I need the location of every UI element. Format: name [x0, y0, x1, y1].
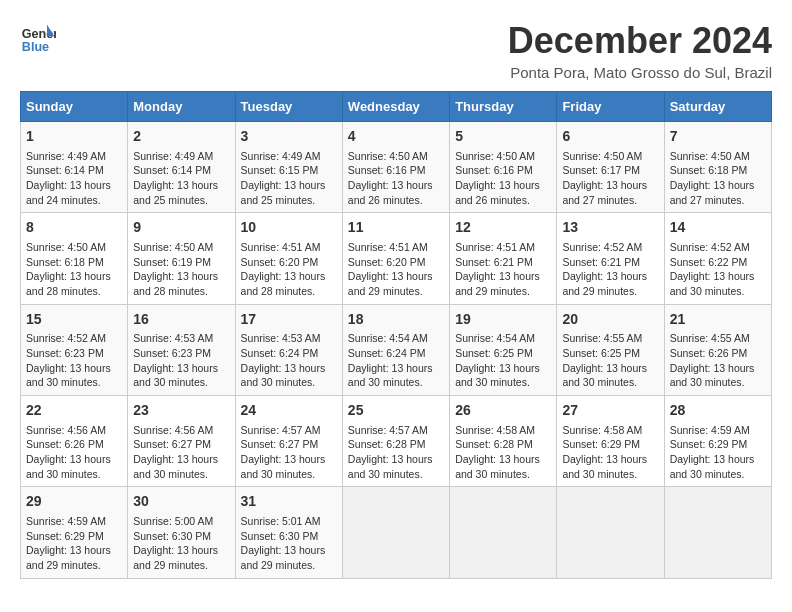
day-number: 12 — [455, 218, 551, 238]
calendar-subtitle: Ponta Pora, Mato Grosso do Sul, Brazil — [508, 64, 772, 81]
day-cell: 10Sunrise: 4:51 AM Sunset: 6:20 PM Dayli… — [235, 213, 342, 304]
day-number: 22 — [26, 401, 122, 421]
logo-icon: General Blue — [20, 20, 56, 56]
day-cell: 26Sunrise: 4:58 AM Sunset: 6:28 PM Dayli… — [450, 396, 557, 487]
day-cell: 3Sunrise: 4:49 AM Sunset: 6:15 PM Daylig… — [235, 122, 342, 213]
day-cell: 5Sunrise: 4:50 AM Sunset: 6:16 PM Daylig… — [450, 122, 557, 213]
day-info: Sunrise: 4:49 AM Sunset: 6:15 PM Dayligh… — [241, 149, 337, 208]
week-row-2: 8Sunrise: 4:50 AM Sunset: 6:18 PM Daylig… — [21, 213, 772, 304]
day-cell: 20Sunrise: 4:55 AM Sunset: 6:25 PM Dayli… — [557, 304, 664, 395]
calendar-title: December 2024 — [508, 20, 772, 62]
day-cell: 29Sunrise: 4:59 AM Sunset: 6:29 PM Dayli… — [21, 487, 128, 578]
day-number: 17 — [241, 310, 337, 330]
day-cell — [557, 487, 664, 578]
day-cell — [450, 487, 557, 578]
day-number: 23 — [133, 401, 229, 421]
day-cell: 7Sunrise: 4:50 AM Sunset: 6:18 PM Daylig… — [664, 122, 771, 213]
column-header-monday: Monday — [128, 92, 235, 122]
day-info: Sunrise: 4:52 AM Sunset: 6:21 PM Dayligh… — [562, 240, 658, 299]
day-cell — [664, 487, 771, 578]
day-info: Sunrise: 4:55 AM Sunset: 6:25 PM Dayligh… — [562, 331, 658, 390]
day-number: 26 — [455, 401, 551, 421]
day-number: 29 — [26, 492, 122, 512]
day-number: 4 — [348, 127, 444, 147]
day-cell: 30Sunrise: 5:00 AM Sunset: 6:30 PM Dayli… — [128, 487, 235, 578]
day-info: Sunrise: 4:50 AM Sunset: 6:18 PM Dayligh… — [670, 149, 766, 208]
day-cell — [342, 487, 449, 578]
day-cell: 4Sunrise: 4:50 AM Sunset: 6:16 PM Daylig… — [342, 122, 449, 213]
day-cell: 6Sunrise: 4:50 AM Sunset: 6:17 PM Daylig… — [557, 122, 664, 213]
day-cell: 25Sunrise: 4:57 AM Sunset: 6:28 PM Dayli… — [342, 396, 449, 487]
title-block: December 2024 Ponta Pora, Mato Grosso do… — [508, 20, 772, 81]
logo: General Blue — [20, 20, 56, 56]
day-info: Sunrise: 4:53 AM Sunset: 6:24 PM Dayligh… — [241, 331, 337, 390]
day-cell: 23Sunrise: 4:56 AM Sunset: 6:27 PM Dayli… — [128, 396, 235, 487]
day-cell: 15Sunrise: 4:52 AM Sunset: 6:23 PM Dayli… — [21, 304, 128, 395]
day-number: 25 — [348, 401, 444, 421]
day-cell: 16Sunrise: 4:53 AM Sunset: 6:23 PM Dayli… — [128, 304, 235, 395]
day-number: 16 — [133, 310, 229, 330]
day-info: Sunrise: 4:53 AM Sunset: 6:23 PM Dayligh… — [133, 331, 229, 390]
day-info: Sunrise: 4:54 AM Sunset: 6:24 PM Dayligh… — [348, 331, 444, 390]
day-number: 13 — [562, 218, 658, 238]
day-cell: 21Sunrise: 4:55 AM Sunset: 6:26 PM Dayli… — [664, 304, 771, 395]
day-number: 7 — [670, 127, 766, 147]
day-number: 14 — [670, 218, 766, 238]
day-number: 18 — [348, 310, 444, 330]
day-info: Sunrise: 4:49 AM Sunset: 6:14 PM Dayligh… — [26, 149, 122, 208]
day-cell: 1Sunrise: 4:49 AM Sunset: 6:14 PM Daylig… — [21, 122, 128, 213]
day-cell: 9Sunrise: 4:50 AM Sunset: 6:19 PM Daylig… — [128, 213, 235, 304]
day-number: 2 — [133, 127, 229, 147]
day-info: Sunrise: 4:52 AM Sunset: 6:23 PM Dayligh… — [26, 331, 122, 390]
day-info: Sunrise: 5:00 AM Sunset: 6:30 PM Dayligh… — [133, 514, 229, 573]
day-info: Sunrise: 4:56 AM Sunset: 6:27 PM Dayligh… — [133, 423, 229, 482]
page-header: General Blue December 2024 Ponta Pora, M… — [20, 20, 772, 81]
day-info: Sunrise: 4:50 AM Sunset: 6:16 PM Dayligh… — [455, 149, 551, 208]
day-cell: 27Sunrise: 4:58 AM Sunset: 6:29 PM Dayli… — [557, 396, 664, 487]
day-info: Sunrise: 4:57 AM Sunset: 6:27 PM Dayligh… — [241, 423, 337, 482]
day-info: Sunrise: 4:58 AM Sunset: 6:28 PM Dayligh… — [455, 423, 551, 482]
day-number: 24 — [241, 401, 337, 421]
week-row-3: 15Sunrise: 4:52 AM Sunset: 6:23 PM Dayli… — [21, 304, 772, 395]
day-number: 9 — [133, 218, 229, 238]
day-number: 19 — [455, 310, 551, 330]
day-number: 6 — [562, 127, 658, 147]
day-cell: 11Sunrise: 4:51 AM Sunset: 6:20 PM Dayli… — [342, 213, 449, 304]
day-info: Sunrise: 4:54 AM Sunset: 6:25 PM Dayligh… — [455, 331, 551, 390]
svg-text:Blue: Blue — [22, 40, 49, 54]
day-cell: 22Sunrise: 4:56 AM Sunset: 6:26 PM Dayli… — [21, 396, 128, 487]
week-row-5: 29Sunrise: 4:59 AM Sunset: 6:29 PM Dayli… — [21, 487, 772, 578]
day-info: Sunrise: 4:58 AM Sunset: 6:29 PM Dayligh… — [562, 423, 658, 482]
day-number: 3 — [241, 127, 337, 147]
day-number: 28 — [670, 401, 766, 421]
day-cell: 28Sunrise: 4:59 AM Sunset: 6:29 PM Dayli… — [664, 396, 771, 487]
column-header-saturday: Saturday — [664, 92, 771, 122]
column-header-tuesday: Tuesday — [235, 92, 342, 122]
column-header-friday: Friday — [557, 92, 664, 122]
day-number: 15 — [26, 310, 122, 330]
day-number: 8 — [26, 218, 122, 238]
day-cell: 17Sunrise: 4:53 AM Sunset: 6:24 PM Dayli… — [235, 304, 342, 395]
day-info: Sunrise: 4:50 AM Sunset: 6:17 PM Dayligh… — [562, 149, 658, 208]
day-number: 27 — [562, 401, 658, 421]
week-row-1: 1Sunrise: 4:49 AM Sunset: 6:14 PM Daylig… — [21, 122, 772, 213]
day-cell: 2Sunrise: 4:49 AM Sunset: 6:14 PM Daylig… — [128, 122, 235, 213]
day-number: 20 — [562, 310, 658, 330]
day-number: 31 — [241, 492, 337, 512]
calendar-table: SundayMondayTuesdayWednesdayThursdayFrid… — [20, 91, 772, 579]
day-cell: 19Sunrise: 4:54 AM Sunset: 6:25 PM Dayli… — [450, 304, 557, 395]
day-cell: 24Sunrise: 4:57 AM Sunset: 6:27 PM Dayli… — [235, 396, 342, 487]
day-info: Sunrise: 4:51 AM Sunset: 6:20 PM Dayligh… — [241, 240, 337, 299]
day-info: Sunrise: 4:50 AM Sunset: 6:19 PM Dayligh… — [133, 240, 229, 299]
day-info: Sunrise: 4:57 AM Sunset: 6:28 PM Dayligh… — [348, 423, 444, 482]
day-info: Sunrise: 4:59 AM Sunset: 6:29 PM Dayligh… — [26, 514, 122, 573]
day-cell: 13Sunrise: 4:52 AM Sunset: 6:21 PM Dayli… — [557, 213, 664, 304]
day-number: 1 — [26, 127, 122, 147]
day-number: 11 — [348, 218, 444, 238]
column-header-wednesday: Wednesday — [342, 92, 449, 122]
day-number: 10 — [241, 218, 337, 238]
day-info: Sunrise: 4:52 AM Sunset: 6:22 PM Dayligh… — [670, 240, 766, 299]
day-info: Sunrise: 4:50 AM Sunset: 6:16 PM Dayligh… — [348, 149, 444, 208]
day-info: Sunrise: 4:55 AM Sunset: 6:26 PM Dayligh… — [670, 331, 766, 390]
column-header-thursday: Thursday — [450, 92, 557, 122]
